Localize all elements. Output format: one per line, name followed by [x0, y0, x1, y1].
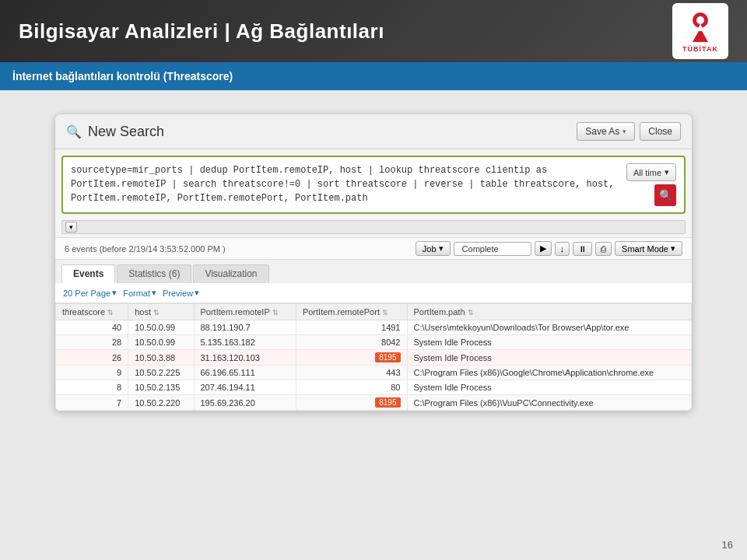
blue-bar: İnternet bağlantıları kontrolü (Threatsc…: [0, 62, 747, 90]
tab-statistics[interactable]: Statistics (6): [117, 264, 191, 283]
table-cell: 28: [56, 335, 128, 350]
tubitak-logo-text: TÜBİTAK: [682, 45, 718, 53]
table-cell: 10.50.0.99: [128, 320, 194, 335]
table-container: threatscore ⇅ host ⇅ PortItem.remoteIP ⇅: [55, 303, 692, 411]
table-cell: C:\Users\mtekkoyun\Downloads\Tor Browser…: [407, 320, 692, 335]
tubitak-logo: TÜBİTAK: [672, 3, 728, 59]
col-remote-port[interactable]: PortItem.remotePort ⇅: [296, 304, 407, 320]
table-cell: System Idle Process: [407, 350, 692, 366]
svg-point-2: [696, 16, 704, 24]
preview-arrow: ▾: [195, 288, 199, 298]
splunk-title-text: New Search: [88, 124, 164, 140]
header-separator: |: [224, 19, 236, 43]
status-text: 6 events (before 2/19/14 3:53:52.000 PM …: [65, 244, 226, 254]
table-cell: 31.163.120.103: [194, 350, 296, 366]
table-row: 2610.50.3.8831.163.120.1038195System Idl…: [56, 350, 692, 366]
table-cell: 8195: [296, 350, 407, 366]
table-cell: 10.50.2.135: [128, 380, 194, 395]
tab-visualization[interactable]: Visualization: [193, 264, 268, 283]
table-row: 910.50.2.22566.196.65.111443C:\Program F…: [56, 366, 692, 380]
threat-badge: 8195: [375, 352, 400, 362]
col-threatscore[interactable]: threatscore ⇅: [56, 304, 128, 320]
tab-events[interactable]: Events: [61, 264, 115, 283]
data-table: threatscore ⇅ host ⇅ PortItem.remoteIP ⇅: [55, 303, 692, 411]
table-cell: 10.50.0.99: [128, 335, 194, 350]
search-go-button[interactable]: 🔍: [654, 184, 676, 206]
smart-mode-button[interactable]: Smart Mode ▾: [615, 241, 682, 256]
threat-badge: 8195: [375, 397, 400, 408]
main-content: 🔍 New Search Save As ▾ Close sourcetype=…: [0, 90, 747, 435]
table-body: 4010.50.0.9988.191.190.71491C:\Users\mte…: [56, 320, 692, 411]
table-cell: C:\Program Files (x86)\Google\Chrome\App…: [407, 366, 692, 380]
table-cell: 1491: [296, 320, 407, 335]
table-cell: System Idle Process: [407, 380, 692, 395]
table-header-row: threatscore ⇅ host ⇅ PortItem.remoteIP ⇅: [56, 304, 692, 320]
col-sort-3: ⇅: [382, 309, 388, 317]
col-host[interactable]: host ⇅: [128, 304, 194, 320]
table-cell: 88.191.190.7: [194, 320, 296, 335]
header: Bilgisayar Analizleri | Ağ Bağlantıları …: [0, 0, 747, 62]
format-arrow: ▾: [152, 288, 156, 298]
table-cell: 40: [56, 320, 128, 335]
header-title-plain: Bilgisayar Analizleri: [19, 19, 219, 43]
pause-icon-button[interactable]: ⏸: [573, 242, 592, 256]
table-cell: 443: [296, 366, 407, 380]
header-title: Bilgisayar Analizleri | Ağ Bağlantıları: [19, 19, 384, 44]
table-cell: 9: [56, 366, 128, 380]
status-right: Job ▾ Complete ▶ ↓ ⏸ ⎙ Smart Mode ▾: [416, 241, 682, 256]
search-go-icon: 🔍: [659, 189, 672, 201]
col-sort-4: ⇅: [468, 309, 474, 317]
download-icon-button[interactable]: ↓: [555, 242, 570, 256]
splunk-panel: 🔍 New Search Save As ▾ Close sourcetype=…: [54, 114, 693, 411]
table-cell: 7: [56, 395, 128, 411]
timeline-bar: ▾: [61, 220, 686, 234]
table-cell: 66.196.65.111: [194, 366, 296, 380]
table-cell: 10.50.3.88: [128, 350, 194, 366]
splunk-topbar: 🔍 New Search Save As ▾ Close: [55, 114, 692, 149]
table-row: 2810.50.0.995.135.163.1828042System Idle…: [56, 335, 692, 350]
tubitak-logo-mark: [683, 9, 717, 44]
save-as-button[interactable]: Save As ▾: [577, 122, 635, 141]
status-bar: 6 events (before 2/19/14 3:53:52.000 PM …: [55, 237, 692, 260]
complete-badge: Complete: [454, 242, 531, 256]
col-sort-1: ⇅: [153, 309, 160, 317]
table-cell: 207.46.194.11: [194, 380, 296, 395]
job-button[interactable]: Job ▾: [416, 241, 451, 256]
print-icon-button[interactable]: ⎙: [595, 242, 612, 256]
table-cell: 5.135.163.182: [194, 335, 296, 350]
format-button[interactable]: Format ▾: [123, 288, 156, 298]
table-cell: 26: [56, 350, 128, 366]
tabs-bar: Events Statistics (6) Visualization: [55, 260, 692, 283]
blue-bar-text: İnternet bağlantıları kontrolü (Threatsc…: [12, 70, 233, 82]
close-button[interactable]: Close: [640, 122, 681, 141]
search-time-selector[interactable]: All time ▾: [626, 163, 676, 181]
table-cell: 80: [296, 380, 407, 395]
per-page-button[interactable]: 20 Per Page ▾: [63, 288, 117, 298]
table-cell: 8195: [296, 395, 407, 411]
table-row: 4010.50.0.9988.191.190.71491C:\Users\mte…: [56, 320, 692, 335]
col-path[interactable]: PortItem.path ⇅: [407, 304, 692, 320]
table-row: 810.50.2.135207.46.194.1180System Idle P…: [56, 380, 692, 395]
header-title-bold: Ağ Bağlantıları: [236, 19, 384, 43]
page-number: 16: [722, 539, 733, 551]
search-query[interactable]: sourcetype=mir_ports | dedup PortItem.re…: [71, 163, 620, 205]
per-page-arrow: ▾: [112, 288, 117, 298]
table-row: 710.50.2.220195.69.236.208195C:\Program …: [56, 395, 692, 411]
timeline-toggle-button[interactable]: ▾: [65, 222, 77, 233]
splunk-topbar-buttons: Save As ▾ Close: [577, 122, 681, 141]
col-sort-0: ⇅: [107, 309, 114, 317]
table-cell: 8: [56, 380, 128, 395]
search-input-area: sourcetype=mir_ports | dedup PortItem.re…: [61, 156, 686, 214]
splunk-search-title: 🔍 New Search: [66, 124, 164, 140]
table-cell: 8042: [296, 335, 407, 350]
table-cell: 10.50.2.220: [128, 395, 194, 411]
forward-icon-button[interactable]: ▶: [535, 241, 552, 256]
table-cell: 10.50.2.225: [128, 366, 194, 380]
col-sort-2: ⇅: [272, 309, 279, 317]
search-mag-icon: 🔍: [66, 124, 82, 139]
preview-button[interactable]: Preview ▾: [163, 288, 199, 298]
table-cell: System Idle Process: [407, 335, 692, 350]
col-remote-ip[interactable]: PortItem.remoteIP ⇅: [194, 304, 296, 320]
table-controls: 20 Per Page ▾ Format ▾ Preview ▾: [55, 283, 692, 303]
save-as-arrow: ▾: [622, 128, 626, 135]
